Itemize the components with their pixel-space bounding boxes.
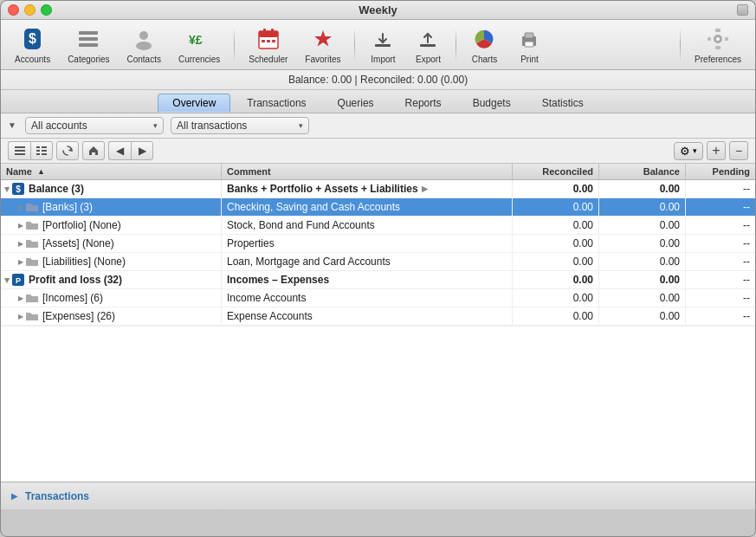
svg-point-4: [136, 42, 152, 50]
row-name-cell: ▶ P Profit and loss (32): [1, 271, 222, 288]
table-row[interactable]: ▶ $ Balance (3) Banks + Portfolio + Asse…: [1, 180, 755, 198]
comment-arrow: ▶: [422, 184, 428, 193]
import-icon: [369, 25, 397, 53]
row-balance: 0.00: [599, 217, 686, 234]
expand-triangle[interactable]: ▶: [18, 313, 23, 320]
table-row[interactable]: ▶ [Liabilities] (None) Loan, Mortgage an…: [1, 253, 755, 271]
expand-triangle[interactable]: ▶: [18, 240, 23, 248]
add-button[interactable]: +: [707, 141, 726, 160]
currencies-icon: ¥£: [185, 25, 213, 53]
maximize-button[interactable]: [41, 4, 52, 16]
categories-button[interactable]: Categories: [61, 22, 116, 68]
separator-3: [456, 28, 456, 62]
svg-rect-9: [271, 29, 274, 34]
svg-rect-33: [42, 153, 47, 155]
col-header-comment[interactable]: Comment: [222, 164, 513, 179]
folder-icon: [25, 200, 39, 214]
table-row[interactable]: ▶ [Banks] (3) Checking, Saving and Cash …: [1, 198, 755, 217]
svg-rect-13: [375, 44, 391, 47]
bottom-panel: ▶ Transactions: [1, 482, 755, 509]
row-name: Balance (3): [29, 183, 84, 195]
scheduler-button[interactable]: Scheduler: [242, 22, 294, 68]
minimize-button[interactable]: [24, 4, 36, 16]
import-label: Import: [371, 55, 395, 64]
row-comment: Loan, Mortgage and Card Accounts: [222, 253, 513, 270]
svg-rect-11: [267, 40, 270, 42]
row-pending: --: [686, 307, 755, 325]
table-row[interactable]: ▶ P Profit and loss (32) Incomes – Expen…: [1, 271, 755, 289]
contacts-button[interactable]: Contacts: [120, 22, 168, 68]
import-button[interactable]: Import: [362, 22, 404, 68]
expand-triangle[interactable]: ▶: [18, 204, 23, 211]
account-filter-select[interactable]: All accounts ▾: [25, 117, 164, 134]
separator-2: [354, 28, 355, 62]
expand-triangle[interactable]: ▶: [3, 186, 11, 191]
col-header-name[interactable]: Name ▲: [1, 164, 222, 179]
table-row[interactable]: ▶ [Assets] (None) Properties 0.00 0.00 -…: [1, 235, 755, 253]
row-pending: --: [686, 235, 755, 252]
col-header-reconciled[interactable]: Reconciled: [513, 164, 599, 179]
preferences-icon: [704, 25, 732, 53]
tab-reports[interactable]: Reports: [391, 94, 456, 113]
charts-button[interactable]: Charts: [463, 22, 505, 68]
svg-rect-27: [15, 153, 25, 155]
toolbar: $ Accounts Categories Contacts ¥£ Cu: [1, 20, 755, 70]
close-button[interactable]: [8, 4, 19, 16]
col-header-pending[interactable]: Pending: [686, 164, 755, 179]
favorites-button[interactable]: Favorites: [298, 22, 347, 68]
accounts-button[interactable]: $ Accounts: [8, 22, 57, 68]
expand-triangle[interactable]: ▶: [18, 258, 23, 266]
nav-group: ◀ ▶: [108, 141, 153, 160]
row-name-cell: ▶ [Expenses] (26): [1, 307, 222, 325]
row-name-cell: ▶ [Portfolio] (None): [1, 217, 222, 234]
row-comment: Incomes – Expenses: [222, 271, 513, 288]
transactions-panel-label[interactable]: Transactions: [25, 490, 89, 502]
remove-button[interactable]: −: [729, 141, 748, 160]
gear-menu-button[interactable]: ⚙ ▾: [674, 142, 703, 160]
expand-triangle[interactable]: ▶: [3, 277, 11, 282]
accounts-icon: $: [19, 25, 47, 53]
row-name-cell: ▶ $ Balance (3): [1, 180, 222, 197]
prev-button[interactable]: ◀: [108, 141, 131, 160]
currencies-button[interactable]: ¥£ Currencies: [171, 22, 227, 68]
row-balance: 0.00: [599, 307, 686, 325]
svg-point-3: [139, 31, 148, 40]
categories-label: Categories: [68, 55, 109, 64]
home-button[interactable]: [82, 141, 105, 160]
export-button[interactable]: Export: [407, 22, 449, 68]
scheduler-icon: [255, 25, 282, 53]
row-comment: Income Accounts: [222, 289, 513, 307]
preferences-button[interactable]: Preferences: [688, 22, 748, 68]
tab-overview[interactable]: Overview: [158, 94, 230, 113]
window-controls[interactable]: [8, 4, 52, 16]
col-header-balance[interactable]: Balance: [599, 164, 686, 179]
transaction-filter-select[interactable]: All transactions ▾: [171, 117, 309, 134]
refresh-button[interactable]: [56, 141, 79, 160]
row-comment: Expense Accounts: [222, 307, 513, 325]
row-balance: 0.00: [599, 253, 686, 270]
resize-control[interactable]: [737, 4, 748, 16]
tab-transactions[interactable]: Transactions: [232, 94, 320, 113]
title-bar: Weekly: [1, 1, 755, 20]
row-name-cell: ▶ [Assets] (None): [1, 235, 222, 252]
table-row[interactable]: ▶ [Portfolio] (None) Stock, Bond and Fun…: [1, 217, 755, 235]
row-comment: Stock, Bond and Fund Accounts: [222, 217, 513, 234]
row-pending: --: [686, 253, 755, 270]
filter-dropdown-arrow[interactable]: ▼: [8, 120, 18, 131]
tab-queries[interactable]: Queries: [323, 94, 389, 113]
tab-statistics[interactable]: Statistics: [527, 94, 598, 113]
table-row[interactable]: ▶ [Incomes] (6) Income Accounts 0.00 0.0…: [1, 289, 755, 307]
expand-triangle[interactable]: ▶: [18, 294, 23, 302]
svg-rect-32: [36, 153, 40, 155]
expand-triangle[interactable]: ▶: [18, 222, 23, 230]
list-view-button[interactable]: [8, 141, 30, 160]
table-row[interactable]: ▶ [Expenses] (26) Expense Accounts 0.00 …: [1, 307, 755, 326]
next-button[interactable]: ▶: [131, 141, 153, 160]
detail-view-button[interactable]: [30, 141, 53, 160]
transactions-expand-triangle[interactable]: ▶: [11, 491, 18, 501]
row-name-cell: ▶ [Banks] (3): [1, 198, 222, 216]
tab-budgets[interactable]: Budgets: [458, 94, 526, 113]
table-header: Name ▲ Comment Reconciled Balance Pendin…: [1, 164, 755, 180]
print-button[interactable]: Print: [508, 22, 550, 68]
row-reconciled: 0.00: [513, 289, 599, 307]
